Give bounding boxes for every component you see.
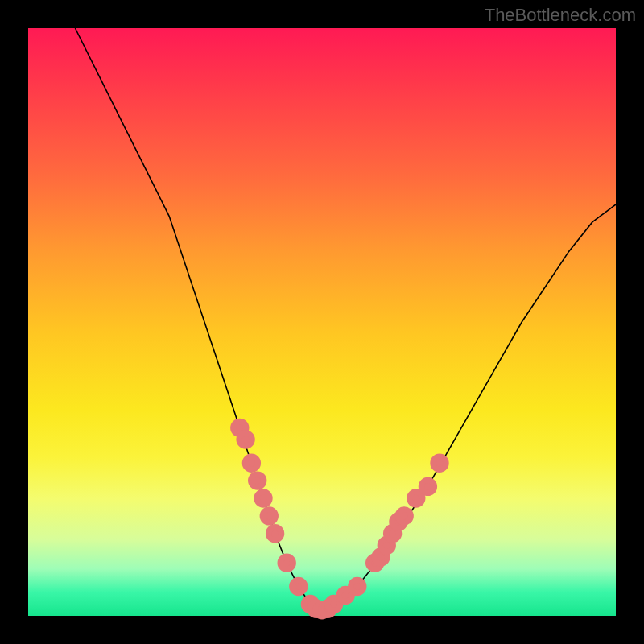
chart-curve [75, 28, 616, 610]
chart-data-point [398, 510, 411, 522]
chart-data-point [421, 480, 434, 493]
chart-data-point [280, 556, 293, 569]
chart-data-point [262, 510, 275, 522]
chart-data-point [251, 474, 264, 487]
chart-data-point [269, 527, 282, 540]
chart-markers [233, 421, 446, 616]
chart-plot [28, 28, 616, 616]
chart-data-point [245, 456, 258, 469]
chart-data-point [410, 492, 423, 505]
chart-data-point [351, 580, 364, 592]
chart-data-point [433, 456, 446, 469]
watermark-text: TheBottleneck.com [485, 5, 636, 26]
chart-data-point [239, 433, 252, 446]
chart-container: TheBottleneck.com [0, 0, 644, 644]
chart-data-point [292, 580, 305, 592]
chart-data-point [257, 492, 270, 505]
